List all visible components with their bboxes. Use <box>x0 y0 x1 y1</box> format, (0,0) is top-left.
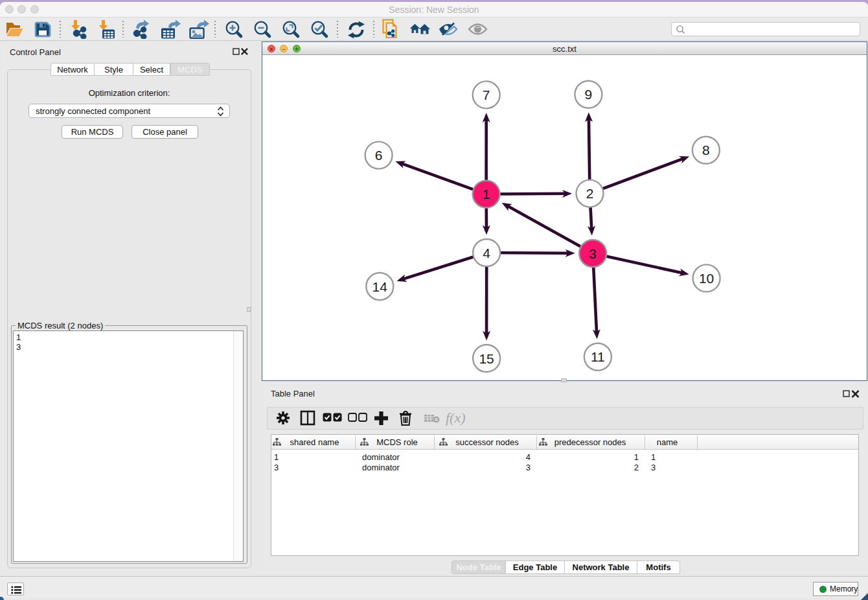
svg-text:1: 1 <box>483 187 490 202</box>
svg-text:shared name: shared name <box>290 437 339 447</box>
svg-text:3: 3 <box>589 246 597 261</box>
svg-text:name: name <box>657 437 678 447</box>
svg-text:14: 14 <box>372 279 388 294</box>
svg-text:successor nodes: successor nodes <box>455 437 519 447</box>
svg-text:15: 15 <box>479 351 494 366</box>
svg-text:4: 4 <box>483 246 490 260</box>
svg-text:6: 6 <box>375 148 383 163</box>
svg-text:11: 11 <box>591 349 605 364</box>
svg-text:7: 7 <box>483 87 490 102</box>
svg-text:2: 2 <box>586 186 594 201</box>
svg-text:MCDS role: MCDS role <box>376 437 418 447</box>
svg-text:predecessor nodes: predecessor nodes <box>554 437 626 447</box>
svg-text:9: 9 <box>585 87 593 102</box>
svg-text:10: 10 <box>699 271 714 286</box>
svg-text:8: 8 <box>702 143 710 157</box>
